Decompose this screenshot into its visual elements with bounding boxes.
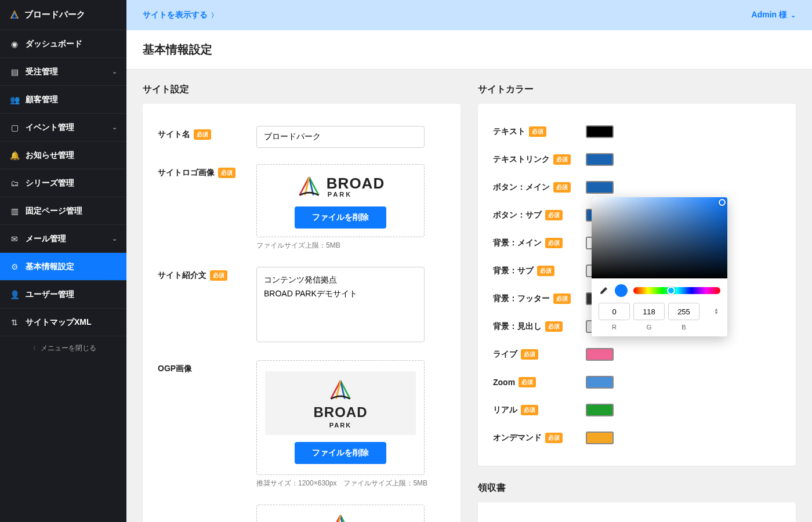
ogp-upload-box: BROAD PARK ファイルを削除 <box>256 360 425 475</box>
logo-mark-icon <box>296 174 322 200</box>
eyedropper-icon[interactable] <box>599 285 609 296</box>
sidebar-close[interactable]: 〈 メニューを閉じる <box>0 336 126 360</box>
page-title: 基本情報設定 <box>126 30 812 70</box>
bell-icon: 🔔 <box>9 150 20 161</box>
sidebar-item-1[interactable]: ▤受注管理⌄ <box>0 58 126 86</box>
site-name-label: サイト名 <box>158 129 190 140</box>
color-picker-g-label: G <box>633 324 665 331</box>
intro-label: サイト紹介文 <box>158 270 206 281</box>
required-badge: 必須 <box>537 266 554 276</box>
required-badge: 必須 <box>218 168 235 178</box>
sidebar-item-8[interactable]: ⚙基本情報設定 <box>0 253 126 281</box>
color-row-label: ライブ <box>493 349 517 360</box>
color-swatch[interactable] <box>586 432 614 444</box>
brand-name: ブロードパーク <box>24 9 85 20</box>
ogp-subtext: PARK <box>329 422 351 429</box>
color-mode-toggle[interactable]: ▲▼ <box>712 306 720 317</box>
color-row-label: Zoom <box>493 378 515 387</box>
color-row-label: 背景：メイン <box>493 238 542 248</box>
logo-mark-icon <box>328 512 353 522</box>
user-cog-icon: 👤 <box>9 289 20 300</box>
color-row-11: オンデマンド必須 <box>493 424 781 452</box>
brand-logo-icon <box>9 10 20 20</box>
color-picker-hue[interactable] <box>633 287 720 294</box>
color-picker-r-input[interactable] <box>599 303 630 320</box>
required-badge: 必須 <box>519 377 536 387</box>
sidebar-item-label: ダッシュボード <box>26 39 117 49</box>
color-row-label: テキスト <box>493 126 525 137</box>
sidebar-item-4[interactable]: 🔔お知らせ管理 <box>0 142 126 169</box>
topbar: サイトを表示する 〉 Admin 様 ⌄ <box>126 0 812 30</box>
site-color-title: サイトカラー <box>478 84 796 96</box>
color-swatch[interactable] <box>586 376 614 389</box>
color-swatch[interactable] <box>586 125 614 138</box>
chevron-down-icon: ⌄ <box>112 68 117 75</box>
view-site-link[interactable]: サイトを表示する 〉 <box>143 10 217 20</box>
color-swatch[interactable] <box>586 153 614 166</box>
required-badge: 必須 <box>194 129 211 140</box>
sidebar-item-9[interactable]: 👤ユーザー管理 <box>0 281 126 309</box>
required-badge: 必須 <box>545 433 563 443</box>
page-icon: ▥ <box>9 206 20 216</box>
sidebar-item-label: サイトマップXML <box>26 317 117 328</box>
sitemap-icon: ⇅ <box>9 317 20 328</box>
sidebar-item-label: 固定ページ管理 <box>26 206 117 216</box>
chevron-down-icon: ⌄ <box>791 12 796 19</box>
sidebar-item-label: ユーザー管理 <box>26 289 117 300</box>
list-icon: ▤ <box>9 67 20 77</box>
color-picker-b-input[interactable] <box>668 303 699 320</box>
chevron-down-icon: ⌄ <box>112 235 117 242</box>
color-row-1: テキストリンク必須 <box>493 146 781 173</box>
logo-label: サイトロゴ画像 <box>158 168 215 178</box>
sidebar-item-7[interactable]: ✉メール管理⌄ <box>0 225 126 253</box>
sidebar-item-0[interactable]: ◉ダッシュボード <box>0 30 126 58</box>
required-badge: 必須 <box>545 238 563 248</box>
color-picker-g-input[interactable] <box>633 303 665 320</box>
view-site-label: サイトを表示する <box>143 10 208 20</box>
required-badge: 必須 <box>553 293 571 304</box>
required-badge: 必須 <box>521 349 538 360</box>
calendar-icon: ▢ <box>9 122 20 133</box>
color-picker-b-label: B <box>668 324 699 331</box>
color-row-9: Zoom必須 <box>493 368 781 396</box>
chevron-left-icon: 〈 <box>30 345 36 351</box>
ogp-text: BROAD <box>314 405 368 419</box>
user-name: Admin 様 <box>752 10 787 20</box>
sidebar-item-2[interactable]: 👥顧客管理 <box>0 86 126 114</box>
required-badge: 必須 <box>529 126 546 137</box>
site-settings-card: サイト名 必須 サイトロゴ画像 必須 <box>143 104 461 522</box>
brand[interactable]: ブロードパーク <box>0 0 126 30</box>
required-badge: 必須 <box>553 182 571 193</box>
required-badge: 必須 <box>545 321 563 332</box>
extra-upload-box <box>256 505 425 522</box>
site-settings-title: サイト設定 <box>143 84 461 96</box>
sidebar-item-label: イベント管理 <box>26 122 112 133</box>
logo-upload-box: BROAD PARK ファイルを削除 <box>256 164 425 237</box>
color-swatch[interactable] <box>586 181 614 194</box>
logo-delete-button[interactable]: ファイルを削除 <box>295 206 386 229</box>
color-row-label: リアル <box>493 405 517 415</box>
gauge-icon: ◉ <box>9 39 20 49</box>
ogp-label: OGP画像 <box>158 364 192 374</box>
color-row-label: 背景：フッター <box>493 293 550 304</box>
sidebar-item-3[interactable]: ▢イベント管理⌄ <box>0 114 126 142</box>
color-row-label: オンデマンド <box>493 433 542 443</box>
color-swatch[interactable] <box>586 348 614 361</box>
color-row-label: ボタン：メイン <box>493 182 550 193</box>
site-name-input[interactable] <box>256 126 425 148</box>
intro-textarea[interactable] <box>256 267 425 342</box>
color-swatch[interactable] <box>586 404 614 416</box>
gear-icon: ⚙ <box>9 262 20 272</box>
sidebar-item-6[interactable]: ▥固定ページ管理 <box>0 197 126 225</box>
color-row-0: テキスト必須 <box>493 118 781 146</box>
sidebar-item-label: お知らせ管理 <box>26 150 117 161</box>
ogp-delete-button[interactable]: ファイルを削除 <box>295 442 386 464</box>
receipt-card <box>478 502 796 522</box>
sidebar-item-label: メール管理 <box>26 234 112 244</box>
sidebar-item-10[interactable]: ⇅サイトマップXML <box>0 309 126 336</box>
user-menu[interactable]: Admin 様 ⌄ <box>752 10 796 20</box>
sidebar-item-5[interactable]: 🗂シリーズ管理 <box>0 169 126 197</box>
users-icon: 👥 <box>9 95 20 105</box>
color-picker-sv[interactable] <box>592 197 727 278</box>
sidebar-item-label: シリーズ管理 <box>26 178 117 188</box>
